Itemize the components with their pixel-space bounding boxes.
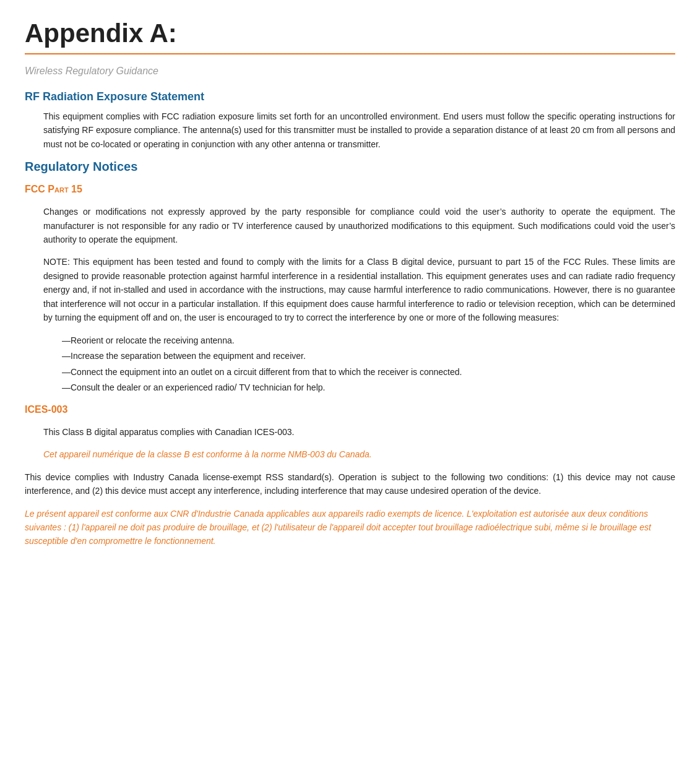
ices-section: ICES-003 This Class B digital apparatus … [25,404,675,548]
rf-heading: RF Radiation Exposure Statement [25,90,675,103]
ices-paragraph1-italic: Cet appareil numérique de la classe B es… [43,447,675,461]
fcc-list: —Reorient or relocate the receiving ante… [62,333,675,395]
subtitle: Wireless Regulatory Guidance [25,66,675,77]
rf-section: RF Radiation Exposure Statement This equ… [25,90,675,151]
fcc-heading: FCC Part 15 [25,184,675,195]
ices-paragraph2-italic: Le présent appareil est conforme aux CNR… [25,507,675,548]
fcc-paragraph1: Changes or modifications not expressly a… [43,205,675,246]
fcc-list-item-2: —Increase the separation between the equ… [62,348,675,364]
fcc-paragraph2: NOTE: This equipment has been tested and… [43,255,675,324]
ices-paragraph2: This device complies with Industry Canad… [25,470,675,498]
rf-body: This equipment complies with FCC radiati… [43,110,675,151]
fcc-list-item-3: —Connect the equipment into an outlet on… [62,365,675,380]
fcc-list-item-1: —Reorient or relocate the receiving ante… [62,333,675,348]
page-title: Appendix A: [25,19,675,54]
regulatory-notices-heading: Regulatory Notices [25,160,675,174]
fcc-list-item-4: —Consult the dealer or an experienced ra… [62,380,675,395]
ices-heading: ICES-003 [25,404,675,415]
ices-paragraph1: This Class B digital apparatus complies … [43,425,675,439]
fcc-section: FCC Part 15 Changes or modifications not… [25,184,675,395]
